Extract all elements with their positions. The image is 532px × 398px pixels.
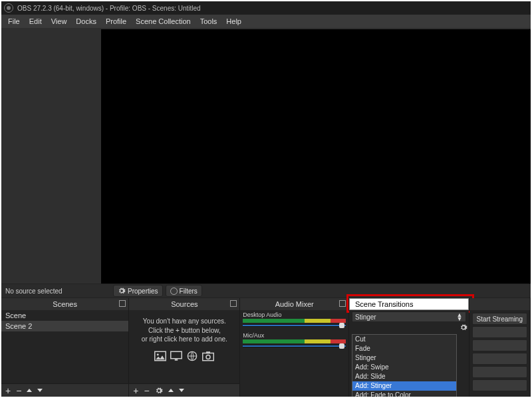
transition-settings-button[interactable] (460, 323, 467, 331)
volume-slider[interactable] (243, 345, 346, 347)
maximize-icon[interactable] (230, 300, 237, 307)
work-area (1, 28, 531, 284)
transition-option[interactable]: Add: Fade to Color (352, 391, 456, 397)
scenes-body[interactable]: SceneScene 2 (1, 310, 128, 383)
control-button[interactable] (472, 379, 527, 391)
remove-source-button[interactable]: − (144, 386, 150, 395)
mixer-title: Audio Mixer (275, 300, 314, 308)
gear-icon (118, 287, 126, 295)
source-down-button[interactable] (179, 389, 184, 392)
transition-option[interactable]: Cut (352, 335, 456, 344)
filters-label: Filters (180, 288, 198, 295)
controls-panel: Start Streaming (469, 298, 531, 397)
left-gutter (1, 28, 101, 284)
source-up-button[interactable] (168, 389, 174, 392)
scenes-title: Scenes (53, 300, 77, 308)
mixer-body: Desktop AudioMic/Aux (240, 310, 348, 397)
scenes-header: Scenes (1, 298, 128, 310)
transition-select[interactable]: Stinger ▲▼ (352, 311, 466, 322)
transition-option[interactable]: Add: Slide (352, 372, 456, 381)
menubar: FileEditViewDocksProfileScene Collection… (1, 15, 531, 28)
svg-rect-3 (175, 359, 178, 360)
sources-empty-line: You don't have any sources. (132, 317, 237, 326)
menu-help[interactable]: Help (222, 16, 245, 27)
scene-item[interactable]: Scene 2 (1, 321, 128, 331)
panels: Scenes SceneScene 2 + − Sources You don'… (1, 298, 531, 397)
sources-header: Sources (129, 298, 239, 310)
transitions-header: Scene Transitions (349, 298, 469, 310)
audio-meter (243, 319, 346, 323)
svg-rect-6 (206, 351, 210, 353)
audio-meter (243, 339, 346, 343)
menu-docks[interactable]: Docks (72, 16, 100, 27)
transition-option[interactable]: Stinger (352, 353, 456, 363)
maximize-icon[interactable] (119, 300, 126, 307)
sources-foot: + − (129, 383, 239, 397)
source-status: No source selected (1, 288, 113, 295)
updown-icon: ▲▼ (457, 313, 463, 321)
transition-option[interactable]: Add: Stinger (352, 381, 456, 391)
menu-tools[interactable]: Tools (196, 16, 221, 27)
source-toolbar: No source selected Properties Filters (1, 284, 531, 298)
transitions-panel: Scene Transitions Stinger ▲▼ CutFadeStin… (349, 298, 469, 397)
remove-scene-button[interactable]: − (16, 386, 21, 395)
globe-icon (186, 351, 198, 361)
mixer-panel: Audio Mixer Desktop AudioMic/Aux (240, 298, 349, 397)
scenes-panel: Scenes SceneScene 2 + − (1, 298, 129, 397)
mixer-track-label: Mic/Aux (240, 331, 348, 339)
menu-file[interactable]: File (4, 16, 24, 27)
menu-scene-collection[interactable]: Scene Collection (132, 16, 195, 27)
add-source-button[interactable]: + (133, 386, 138, 395)
scene-up-button[interactable] (27, 389, 32, 392)
sources-empty: You don't have any sources. Click the + … (129, 310, 239, 347)
maximize-icon[interactable] (339, 300, 346, 307)
menu-profile[interactable]: Profile (102, 16, 130, 27)
mixer-track-label: Desktop Audio (240, 310, 348, 318)
transition-selected-label: Stinger (355, 313, 376, 321)
control-button[interactable] (472, 326, 527, 338)
control-button[interactable] (472, 339, 527, 351)
sources-empty-line: or right click here to add one. (132, 335, 237, 344)
sources-empty-line: Click the + button below, (132, 326, 237, 335)
sources-body[interactable]: You don't have any sources. Click the + … (129, 310, 239, 383)
filters-button[interactable]: Filters (166, 285, 202, 297)
scene-item[interactable]: Scene (1, 310, 128, 321)
transition-dropdown[interactable]: CutFadeStingerAdd: SwipeAdd: SlideAdd: S… (352, 334, 457, 397)
add-scene-button[interactable]: + (5, 386, 11, 395)
control-button[interactable] (472, 366, 527, 378)
app-window: OBS 27.2.3 (64-bit, windows) - Profile: … (1, 1, 531, 397)
sources-title: Sources (171, 300, 198, 308)
scene-down-button[interactable] (37, 389, 43, 392)
transition-option[interactable]: Add: Swipe (352, 363, 456, 372)
transitions-title: Scene Transitions (355, 300, 413, 308)
properties-button[interactable]: Properties (113, 285, 163, 297)
title-text: OBS 27.2.3 (64-bit, windows) - Profile: … (17, 5, 201, 12)
start-streaming-button[interactable]: Start Streaming (472, 313, 527, 325)
app-icon (4, 3, 13, 13)
source-type-icons (129, 351, 239, 361)
preview-canvas[interactable] (101, 29, 531, 284)
transitions-body: Stinger ▲▼ CutFadeStingerAdd: SwipeAdd: … (349, 310, 469, 397)
mixer-header: Audio Mixer (240, 298, 348, 310)
image-icon (154, 351, 166, 361)
svg-rect-2 (171, 351, 182, 359)
volume-slider[interactable] (243, 324, 346, 327)
filters-icon (170, 288, 178, 295)
svg-point-1 (157, 353, 159, 355)
controls-body: Start Streaming (469, 310, 530, 397)
camera-icon (202, 351, 214, 361)
transition-option[interactable]: Fade (352, 344, 456, 353)
svg-point-7 (206, 355, 210, 359)
display-icon (170, 351, 182, 361)
titlebar: OBS 27.2.3 (64-bit, windows) - Profile: … (1, 1, 531, 15)
scenes-foot: + − (1, 383, 128, 397)
control-button[interactable] (472, 353, 527, 365)
controls-header (469, 298, 530, 310)
sources-panel: Sources You don't have any sources. Clic… (129, 298, 240, 397)
menu-view[interactable]: View (47, 16, 71, 27)
menu-edit[interactable]: Edit (25, 16, 46, 27)
source-settings-button[interactable] (155, 387, 163, 395)
properties-label: Properties (128, 288, 158, 295)
